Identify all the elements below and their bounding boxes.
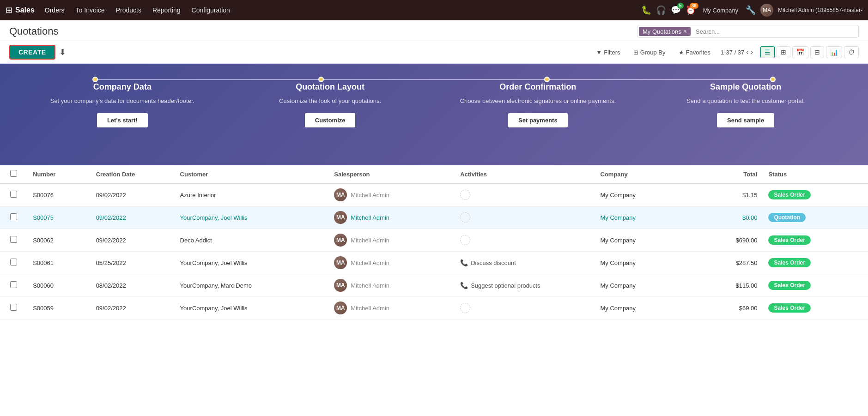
row-date: 09/02/2022 (91, 229, 175, 252)
step-4-desc: Send a quotation to test the customer po… (686, 96, 805, 106)
step-1-button[interactable]: Let's start! (97, 113, 148, 127)
group-by-button[interactable]: ⊞ Group By (631, 47, 668, 58)
step-4-button[interactable]: Send sample (717, 113, 774, 127)
row-checkbox[interactable] (10, 213, 17, 220)
salesperson-avatar: MA (334, 211, 347, 224)
table-row: S00062 09/02/2022 Deco Addict MA Mitchel… (0, 229, 868, 252)
tools-icon[interactable]: 🔧 (746, 5, 756, 15)
col-header-company[interactable]: Company (595, 165, 693, 183)
download-button[interactable]: ⬇ (59, 47, 66, 57)
col-header-date[interactable]: Creation Date (91, 165, 175, 183)
row-checkbox[interactable] (10, 259, 17, 265)
avatar[interactable]: MA (760, 4, 773, 17)
col-header-total[interactable]: Total (693, 165, 763, 183)
salesperson-avatar: MA (334, 256, 347, 269)
row-company: My Company (595, 252, 693, 274)
clock-badge: 36 (690, 3, 698, 9)
row-checkbox-cell (0, 206, 27, 229)
col-header-customer[interactable]: Customer (175, 165, 329, 183)
select-all-checkbox[interactable] (10, 170, 17, 177)
row-customer[interactable]: YourCompany, Joel Willis (175, 206, 329, 229)
pagination-text: 1-37 / 37 (721, 49, 744, 56)
step-1-title: Company Data (93, 82, 152, 92)
kanban-view-button[interactable]: ⊞ (777, 46, 790, 58)
col-header-activities[interactable]: Activities (455, 165, 595, 183)
favorites-button[interactable]: ★ Favorites (676, 47, 713, 58)
nav-products[interactable]: Products (111, 4, 146, 17)
row-date: 09/02/2022 (91, 183, 175, 206)
table-row: S00060 08/02/2022 YourCompany, Marc Demo… (0, 274, 868, 297)
row-checkbox[interactable] (10, 236, 17, 243)
col-header-salesperson[interactable]: Salesperson (328, 165, 455, 183)
nav-orders[interactable]: Orders (40, 4, 69, 17)
bug-icon[interactable]: 🐛 (641, 5, 651, 15)
table-row: S00075 09/02/2022 YourCompany, Joel Will… (0, 206, 868, 229)
search-input[interactable] (692, 26, 858, 37)
prev-page-button[interactable]: ‹ (746, 48, 748, 56)
user-name: Mitchell Admin (18955857-master- (778, 7, 862, 13)
row-total: $287.50 (693, 252, 763, 274)
row-extra (847, 252, 868, 274)
row-status: Sales Order (763, 274, 847, 297)
chat-icon[interactable]: 💬 5 (671, 5, 681, 15)
banner-step-4: Sample Quotation Send a quotation to tes… (642, 64, 850, 137)
activity-empty-icon (460, 235, 470, 245)
row-customer: Deco Addict (175, 229, 329, 252)
pagination: 1-37 / 37 ‹ › (721, 48, 753, 56)
salesperson-name: Mitchell Admin (351, 237, 389, 244)
row-customer: YourCompany, Joel Willis (175, 297, 329, 320)
table-row: S00059 09/02/2022 YourCompany, Joel Will… (0, 297, 868, 320)
pivot-view-button[interactable]: ⊟ (810, 46, 824, 58)
calendar-view-button[interactable]: 📅 (792, 46, 808, 58)
nav-reporting[interactable]: Reporting (148, 4, 185, 17)
nav-configuration[interactable]: Configuration (187, 4, 235, 17)
filter-icon: ▼ (596, 49, 602, 56)
table-row: S00061 05/25/2022 YourCompany, Joel Will… (0, 252, 868, 274)
top-navigation: ⊞ Sales Orders To Invoice Products Repor… (0, 0, 868, 20)
row-number[interactable]: S00075 (27, 206, 90, 229)
group-by-label: Group By (640, 49, 666, 56)
my-quotations-filter[interactable]: My Quotations × (639, 27, 691, 36)
salesperson-name: Mitchell Admin (351, 282, 389, 289)
app-logo[interactable]: ⊞ Sales (6, 5, 35, 15)
support-icon[interactable]: 🎧 (656, 5, 666, 15)
step-4-title: Sample Quotation (710, 82, 781, 92)
row-status: Sales Order (763, 252, 847, 274)
activity-empty-icon (460, 190, 470, 200)
setup-banner: Company Data Set your company's data for… (0, 64, 868, 165)
salesperson-name: Mitchell Admin (351, 192, 389, 199)
row-company[interactable]: My Company (595, 206, 693, 229)
graph-view-button[interactable]: 📊 (826, 46, 842, 58)
row-customer: YourCompany, Marc Demo (175, 274, 329, 297)
col-header-status[interactable]: Status (763, 165, 847, 183)
step-2-desc: Customize the look of your quotations. (279, 96, 381, 106)
col-header-extra (847, 165, 868, 183)
row-company: My Company (595, 229, 693, 252)
row-date: 08/02/2022 (91, 274, 175, 297)
nav-to-invoice[interactable]: To Invoice (71, 4, 109, 17)
row-checkbox[interactable] (10, 191, 17, 198)
activity-view-button[interactable]: ⏱ (844, 46, 859, 58)
page-title: Quotations (9, 25, 58, 37)
row-checkbox-cell (0, 297, 27, 320)
step-3-desc: Choose between electronic signatures or … (460, 96, 616, 106)
list-view-button[interactable]: ☰ (760, 46, 775, 58)
toolbar: CREATE ⬇ ▼ Filters ⊞ Group By ★ Favorite… (0, 41, 868, 64)
row-date[interactable]: 09/02/2022 (91, 206, 175, 229)
salesperson-avatar: MA (334, 188, 347, 201)
row-checkbox[interactable] (10, 281, 17, 288)
filters-button[interactable]: ▼ Filters (593, 47, 623, 58)
timeline-line-1 (98, 79, 318, 80)
row-total[interactable]: $0.00 (693, 206, 763, 229)
row-checkbox[interactable] (10, 304, 17, 311)
next-page-button[interactable]: › (751, 48, 753, 56)
step-3-button[interactable]: Set payments (508, 113, 568, 127)
clock-icon[interactable]: ⏰ 36 (686, 5, 696, 15)
create-button[interactable]: CREATE (9, 45, 55, 60)
row-date: 09/02/2022 (91, 297, 175, 320)
col-header-number[interactable]: Number (27, 165, 90, 183)
row-number: S00061 (27, 252, 90, 274)
remove-filter-icon[interactable]: × (683, 28, 687, 35)
row-extra (847, 229, 868, 252)
step-2-button[interactable]: Customize (305, 113, 356, 127)
